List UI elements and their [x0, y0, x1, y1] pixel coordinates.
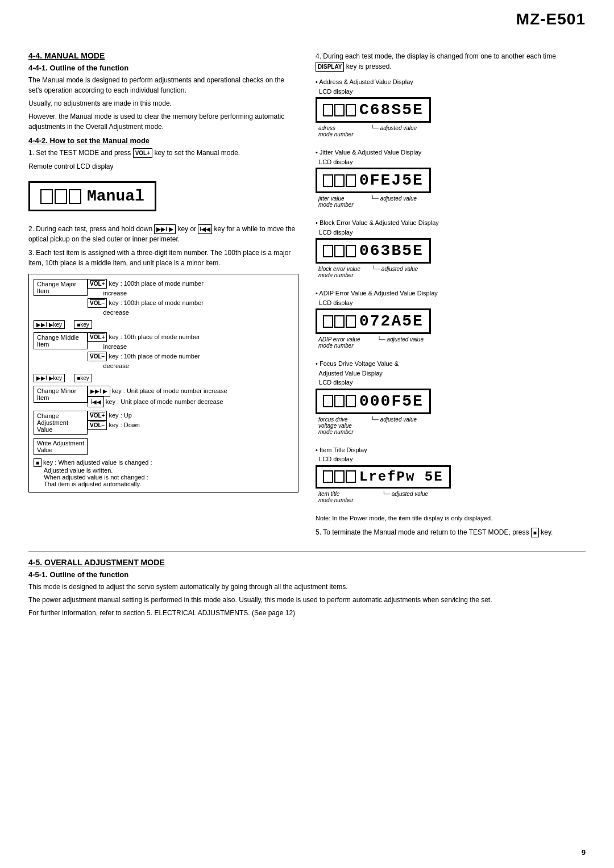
stop-key-middle: ■key [74, 374, 92, 382]
rev-key-minor: I◀◀ [88, 397, 104, 407]
fwd-key-middle: ▶▶I ▶key [34, 374, 65, 382]
write-adj-item-col: Write AdjustmentValue [34, 438, 88, 455]
lcd-section-focus: • Focus Drive Voltage Value & Adjusted V… [316, 359, 586, 435]
major-key-row: ▶▶I ▶key ■key [34, 320, 293, 329]
divider [28, 552, 586, 552]
lcd-5-sq3 [346, 395, 356, 407]
change-middle-desc: VOL+ key : 10th place of mode number inc… [88, 332, 293, 370]
step3-para: 3. Each test item is assigned with a thr… [28, 248, 298, 268]
step2-para: 2. During each test, press and hold down… [28, 224, 298, 244]
section-45-title: 4-5. OVERALL ADJUSTMENT MODE [28, 558, 586, 567]
lcd-3-sq1 [323, 245, 333, 257]
stop-key-step5: ■ [531, 528, 539, 537]
section45-para2: The power adjustment manual setting is p… [28, 595, 586, 605]
page-number: 9 [582, 848, 586, 857]
lcd-6-sq2 [334, 470, 345, 483]
change-adj-box: Change AdjustmentValue [34, 411, 88, 435]
right-column: 4. During each test mode, the display is… [316, 51, 586, 540]
lcd-3-ann-left: block error valuemode number [318, 266, 360, 278]
change-major-item-col: Change MajorItem [34, 279, 88, 296]
lcd-6-ann-right: └─ adjusted value [382, 491, 428, 503]
lcd-4-display: 072A5E [316, 308, 431, 334]
lcd-2-sq2 [334, 174, 345, 187]
manual-lcd-display: Manual [28, 181, 156, 211]
lcd-1-ann-left: adressmode number [318, 125, 354, 137]
fwd-minor-desc: key : Unit place of mode number increase [112, 387, 227, 394]
lcd-1-annotations: adressmode number └─ adjusted value [318, 125, 586, 137]
lcd-5-annotations: forcus drivevoltage valuemode number └─ … [318, 416, 586, 435]
lcd-3-sq2 [334, 245, 345, 257]
change-adj-desc: VOL+ key : Up VOL− key : Down [88, 411, 293, 430]
lcd-6-ann-left: item titlemode number [318, 491, 354, 503]
lcd-4-ann-left: ADIP error valuemode number [318, 336, 360, 349]
fwd-key-minor: ▶▶I ▶ [88, 386, 110, 397]
para-3: However, the Manual mode is used to clea… [28, 111, 298, 132]
step1-text: 1. Set the TEST MODE and press VOL+ key … [28, 148, 298, 158]
step2-intro: 2. During each test, press and hold down [28, 225, 154, 233]
vol-minus-adj-icon: VOL− [88, 420, 107, 430]
change-adj-item-col: Change AdjustmentValue [34, 411, 88, 435]
lcd-mode-squares [40, 189, 81, 204]
step1-intro: 1. Set the TEST MODE and press [28, 149, 133, 157]
display-key: DISPLAY [316, 62, 344, 72]
rev-minor-desc: key : Unit place of mode number decrease [106, 398, 223, 405]
content-columns: 4-4. MANUAL MODE 4-4-1. Outline of the f… [28, 51, 586, 540]
change-middle-item-col: Change MiddleItem [34, 332, 88, 349]
vol-minus-icon: VOL− [88, 298, 107, 308]
change-middle-row: Change MiddleItem VOL+ key : 10th place … [34, 332, 293, 370]
fwd-key-major: ▶▶I ▶key [34, 320, 65, 329]
lcd-section-address: • Address & Adjusted Value Display LCD d… [316, 77, 586, 137]
lcd-6-label: • Item Title Display LCD display [316, 445, 586, 464]
lcd-section-title: • Item Title Display LCD display LrefPw … [316, 445, 586, 503]
change-minor-box: Change MinorItem [34, 386, 88, 403]
lcd-3-annotations: block error valuemode number └─ adjusted… [318, 266, 586, 278]
note-power-mode: Note: In the Power mode, the item title … [316, 514, 586, 523]
section45-para3: For further information, refer to sectio… [28, 608, 586, 618]
lcd-6-sq3 [346, 470, 356, 483]
left-column: 4-4. MANUAL MODE 4-4-1. Outline of the f… [28, 51, 298, 540]
lcd-3-squares [323, 245, 356, 257]
change-minor-desc: ▶▶I ▶ key : Unit place of mode number in… [88, 386, 293, 407]
vol-plus-adj-desc: key : Up [109, 412, 131, 419]
stop-key-note-icon: ■ [34, 458, 42, 467]
vol-minus-middle-icon: VOL− [88, 352, 107, 361]
para-1: The Manual mode is designed to perform a… [28, 75, 298, 95]
lcd-1-squares [323, 104, 356, 116]
bottom-sections: 4-5. OVERALL ADJUSTMENT MODE 4-5-1. Outl… [28, 552, 586, 618]
stop-key-note: ■ key : When adjusted value is changed :… [34, 458, 293, 487]
write-adj-box: Write AdjustmentValue [34, 438, 88, 455]
lcd-2-sq3 [346, 174, 356, 187]
lcd-4-squares [323, 315, 356, 328]
para-2: Usually, no adjustments are made in this… [28, 98, 298, 108]
step2-or: key or [177, 225, 198, 233]
lcd-5-ann-left: forcus drivevoltage valuemode number [318, 416, 354, 435]
change-middle-box: Change MiddleItem [34, 332, 88, 349]
lcd-2-ann-left: jitter valuemode number [318, 195, 354, 208]
lcd-2-label: • Jitter Value & Adjusted Value Display … [316, 148, 586, 166]
change-major-desc: VOL+ key : 100th place of mode number in… [88, 279, 293, 317]
lcd-1-sq2 [334, 104, 345, 116]
vol-minus-adj-desc: key : Down [109, 422, 139, 428]
subsection-451-title: 4-5-1. Outline of the function [28, 570, 586, 579]
lcd-5-ann-right: └─ adjusted value [371, 416, 417, 435]
lcd-sq-1 [40, 189, 53, 204]
page: MZ-E501 4-4. MANUAL MODE 4-4-1. Outline … [0, 0, 614, 868]
change-major-row: Change MajorItem VOL+ key : 100th place … [34, 279, 293, 317]
subsection-441-title: 4-4-1. Outline of the function [28, 64, 298, 72]
lcd-manual-text: Manual [87, 187, 144, 205]
step5-cont: key. [541, 528, 553, 536]
change-major-box: Change MajorItem [34, 279, 88, 296]
lcd-2-text: 0FEJ5E [359, 172, 424, 189]
lcd-2-ann-right: └─ adjusted value [371, 195, 417, 208]
step5-para: 5. To terminate the Manual mode and retu… [316, 527, 586, 537]
rev-key-step2: I◀◀ [198, 224, 212, 234]
change-minor-item-col: Change MinorItem [34, 386, 88, 403]
lcd-3-display: 063B5E [316, 238, 431, 264]
lcd-1-display: C68S5E [316, 97, 431, 123]
lcd-1-label: • Address & Adjusted Value Display LCD d… [316, 77, 586, 96]
lcd-3-sq3 [346, 245, 356, 257]
stop-note-text: key : When adjusted value is changed : A… [34, 459, 152, 487]
section45-para1: This mode is designed to adjust the serv… [28, 582, 586, 592]
lcd-3-ann-right: └─ adjusted value [372, 266, 418, 278]
step5-text: 5. To terminate the Manual mode and retu… [316, 528, 531, 536]
